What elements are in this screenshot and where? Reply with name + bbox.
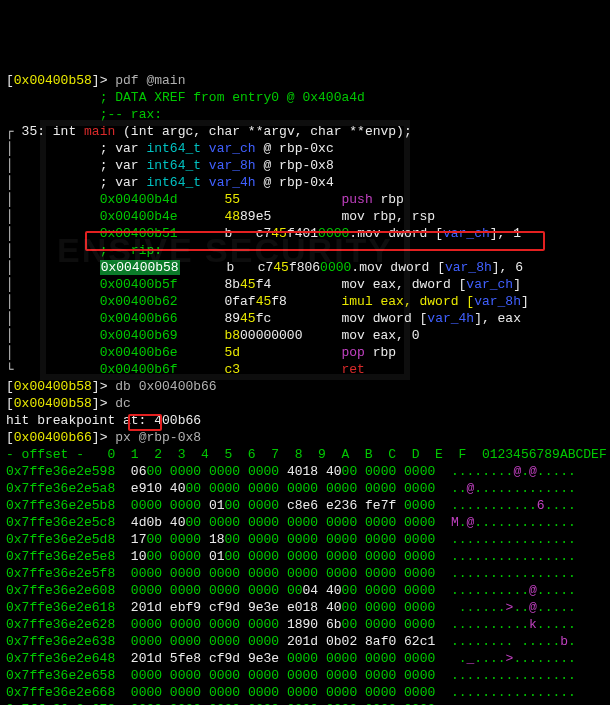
terminal-output: [0x00400b58]> pdf @main ; DATA XREF from… [6, 72, 604, 705]
